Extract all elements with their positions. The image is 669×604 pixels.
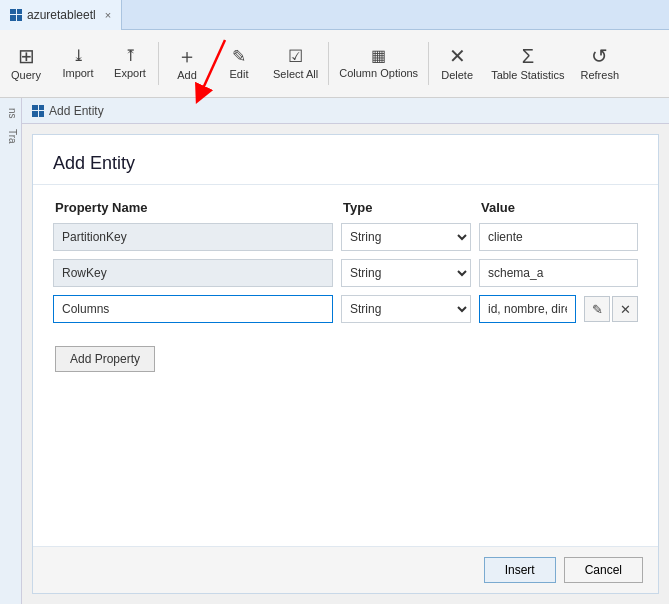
column-options-button[interactable]: ▦ Column Options bbox=[331, 34, 426, 93]
property-headers: Property Name Type Value bbox=[53, 200, 638, 215]
query-button[interactable]: ⊞ Query bbox=[0, 34, 52, 93]
row-key-input[interactable] bbox=[53, 259, 333, 287]
breadcrumb-text: Add Entity bbox=[49, 104, 104, 118]
left-sidebar: ns Tra bbox=[0, 98, 22, 604]
partition-key-type-select[interactable]: String bbox=[341, 223, 471, 251]
export-button[interactable]: ⤒ Export bbox=[104, 34, 156, 93]
query-label: Query bbox=[11, 69, 41, 81]
query-icon: ⊞ bbox=[18, 46, 35, 66]
add-label: Add bbox=[177, 69, 197, 81]
select-all-label: Select All bbox=[273, 68, 318, 80]
insert-button[interactable]: Insert bbox=[484, 557, 556, 583]
row-key-type-select[interactable]: String bbox=[341, 259, 471, 287]
columns-name-input[interactable] bbox=[53, 295, 333, 323]
tab-label: azuretableetl bbox=[27, 8, 96, 22]
tab-table-icon bbox=[10, 9, 22, 21]
add-property-button[interactable]: Add Property bbox=[55, 346, 155, 372]
separator-1 bbox=[158, 42, 159, 85]
table-statistics-label: Table Statistics bbox=[491, 69, 564, 81]
breadcrumb: Add Entity bbox=[22, 98, 669, 124]
columns-type-select[interactable]: String bbox=[341, 295, 471, 323]
toolbar: ⊞ Query ⤓ Import ⤒ Export ＋ Add ✎ Edit ☑… bbox=[0, 30, 669, 98]
header-property-name: Property Name bbox=[55, 200, 335, 215]
breadcrumb-icon bbox=[32, 105, 44, 117]
main-content: Add Entity Add Entity Property Name Type… bbox=[22, 98, 669, 604]
edit-label: Edit bbox=[230, 68, 249, 80]
partition-key-value-input[interactable] bbox=[479, 223, 638, 251]
separator-2 bbox=[328, 42, 329, 85]
row-key-value-input[interactable] bbox=[479, 259, 638, 287]
refresh-button[interactable]: ↺ Refresh bbox=[573, 34, 628, 93]
header-type: Type bbox=[343, 200, 473, 215]
edit-row-button[interactable]: ✎ bbox=[584, 296, 610, 322]
table-row: String bbox=[53, 259, 638, 287]
add-button[interactable]: ＋ Add bbox=[161, 34, 213, 93]
table-row: String bbox=[53, 223, 638, 251]
sidebar-text-1: ns bbox=[0, 103, 21, 124]
azuretableetl-tab[interactable]: azuretableetl × bbox=[0, 0, 122, 30]
refresh-label: Refresh bbox=[581, 69, 620, 81]
table-statistics-button[interactable]: Σ Table Statistics bbox=[483, 34, 572, 93]
sidebar-text-2: Tra bbox=[0, 124, 21, 149]
separator-3 bbox=[428, 42, 429, 85]
tab-bar: azuretableetl × bbox=[0, 0, 669, 30]
dialog-body: Property Name Type Value String String bbox=[33, 185, 658, 546]
import-label: Import bbox=[62, 67, 93, 79]
partition-key-input[interactable] bbox=[53, 223, 333, 251]
refresh-icon: ↺ bbox=[591, 46, 608, 66]
cancel-button[interactable]: Cancel bbox=[564, 557, 643, 583]
import-icon: ⤓ bbox=[72, 48, 85, 64]
column-options-label: Column Options bbox=[339, 67, 418, 79]
export-label: Export bbox=[114, 67, 146, 79]
delete-row-button[interactable]: ✕ bbox=[612, 296, 638, 322]
dialog-title: Add Entity bbox=[33, 135, 658, 185]
select-all-icon: ☑ bbox=[288, 48, 303, 65]
tab-close-button[interactable]: × bbox=[105, 9, 111, 21]
table-statistics-icon: Σ bbox=[522, 46, 534, 66]
header-value: Value bbox=[481, 200, 636, 215]
table-row: String ✎ ✕ bbox=[53, 295, 638, 323]
column-options-icon: ▦ bbox=[371, 48, 386, 64]
edit-icon: ✎ bbox=[232, 48, 246, 65]
delete-button[interactable]: ✕ Delete bbox=[431, 34, 483, 93]
import-button[interactable]: ⤓ Import bbox=[52, 34, 104, 93]
dialog-footer: Insert Cancel bbox=[33, 546, 658, 593]
row-actions: ✎ ✕ bbox=[584, 296, 638, 322]
edit-button[interactable]: ✎ Edit bbox=[213, 34, 265, 93]
delete-label: Delete bbox=[441, 69, 473, 81]
add-entity-dialog: Add Entity Property Name Type Value Stri… bbox=[32, 134, 659, 594]
columns-value-input[interactable] bbox=[479, 295, 576, 323]
delete-icon: ✕ bbox=[449, 46, 466, 66]
add-icon: ＋ bbox=[177, 46, 197, 66]
export-icon: ⤒ bbox=[124, 48, 137, 64]
select-all-button[interactable]: ☑ Select All bbox=[265, 34, 326, 93]
